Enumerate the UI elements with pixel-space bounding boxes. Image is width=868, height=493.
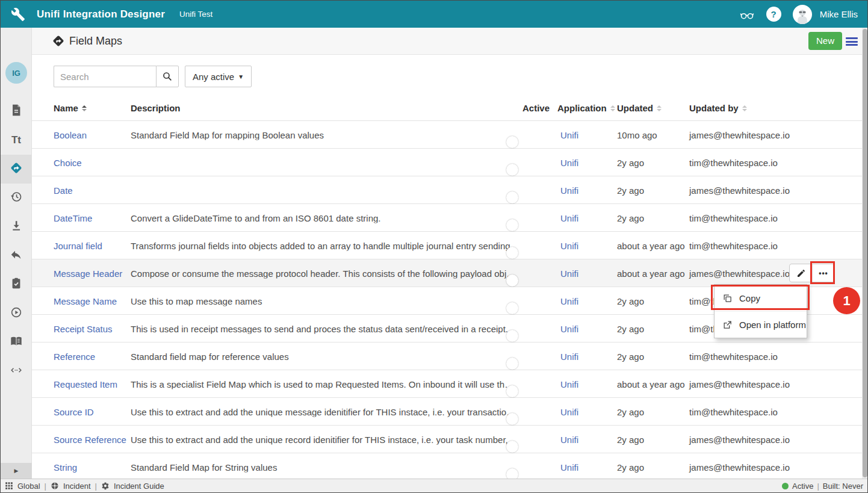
toggle-knob [506,468,518,479]
fieldmap-name-link[interactable]: Reference [54,351,95,361]
sidebar-item-download[interactable] [1,212,32,241]
sidebar-collapse-button[interactable]: ▶ [1,463,32,479]
column-header-updated[interactable]: Updated [617,103,662,113]
fieldmap-name-link[interactable]: Boolean [54,129,87,140]
menu-item-open-in-platform[interactable]: Open in platform [715,311,807,338]
updated-by-value: james@thewhitespace.io [689,185,790,195]
sidebar: IG Tt ▶ [1,28,32,479]
application-link[interactable]: Unifi [560,212,578,223]
fieldmap-name-link[interactable]: DateTime [54,212,92,223]
application-link[interactable]: Unifi [560,462,578,472]
fieldmap-name-link[interactable]: Requested Item [54,379,117,389]
fieldmap-name-link[interactable]: Date [54,185,73,195]
application-link[interactable]: Unifi [560,434,578,444]
fieldmap-description: Standard field map for reference values [131,351,518,361]
fieldmap-name-link[interactable]: String [54,462,77,472]
column-header-name[interactable]: Name [54,103,87,113]
fieldmap-description: This is used in receipt messages to send… [131,323,518,333]
user-name[interactable]: Mike Ellis [820,9,858,19]
fieldmap-name-link[interactable]: Choice [54,157,82,167]
toggle-knob [506,191,518,203]
sidebar-item-knowledge[interactable] [1,328,32,357]
ellipsis-icon: ••• [819,269,828,278]
sort-icon [742,105,747,111]
column-header-application[interactable]: Application [557,103,615,113]
scrollbar-thumb[interactable] [863,29,867,477]
fieldmap-description: Standard Field Map for mapping Boolean v… [131,129,518,140]
table-row: Source Reference Use this to extract and… [32,426,867,453]
integration-avatar[interactable]: IG [5,62,27,84]
search-button[interactable] [156,66,179,87]
field-maps-header-icon [52,34,65,48]
statusbar-application[interactable]: Incident [63,482,91,491]
application-link[interactable]: Unifi [560,296,578,306]
application-link[interactable]: Unifi [560,240,578,250]
statusbar-module[interactable]: Incident Guide [114,482,164,491]
fieldmap-name-link[interactable]: Source Reference [54,434,126,444]
sort-icon [657,105,662,111]
table-row: String Standard Field Map for String val… [32,453,867,479]
updated-by-value: james@thewhitespace.io [689,434,790,444]
application-link[interactable]: Unifi [560,323,578,333]
sidebar-item-field-maps[interactable] [1,155,32,184]
active-filter-dropdown[interactable]: Any active ▼ [185,66,252,87]
application-link[interactable]: Unifi [560,351,578,361]
toggle-knob [506,330,518,342]
table-row: Reference Standard field map for referen… [32,343,867,370]
status-label: Active [792,482,813,491]
menu-item-copy[interactable]: Copy [715,285,807,311]
page-header: Field Maps New [32,28,867,55]
fieldmap-name-link[interactable]: Receipt Status [54,323,113,333]
built-label: Built: Never [823,482,863,491]
toggle-knob [506,385,518,397]
fieldmap-name-link[interactable]: Message Header [54,268,122,278]
application-link[interactable]: Unifi [560,379,578,389]
fieldmap-name-link[interactable]: Source ID [54,406,94,417]
updated-by-value: james@thewhitespace.io [689,462,790,472]
menu-icon[interactable] [846,37,858,46]
fieldmap-name-link[interactable]: Journal field [54,240,102,250]
sidebar-item-code[interactable] [1,357,32,386]
sidebar-item-documents[interactable] [1,97,32,126]
search-group [54,66,179,87]
updated-by-value: tim@thewhitespace.io [689,240,778,250]
sidebar-item-text-styles[interactable]: Tt [1,126,32,155]
edit-button[interactable] [790,264,812,282]
workspace-name[interactable]: Unifi Test [179,10,212,19]
status-active-dot [782,483,789,489]
application-link[interactable]: Unifi [560,129,578,140]
statusbar-scope[interactable]: Global [17,482,40,491]
page-title: Field Maps [69,28,122,55]
document-icon [10,104,23,119]
sidebar-item-history[interactable] [1,184,32,212]
app-window: Unifi Integration Designer Unifi Test ? … [0,0,868,493]
more-actions-button[interactable]: ••• [812,264,834,282]
help-icon[interactable]: ? [766,7,781,22]
gear-icon [101,482,110,490]
preview-glasses-icon[interactable] [739,7,755,22]
search-input[interactable] [54,66,156,87]
updated-value: 2y ago [617,185,644,195]
fieldmap-name-link[interactable]: Message Name [54,296,117,306]
updated-value: 10mo ago [617,129,657,140]
sidebar-item-reply[interactable] [1,241,32,270]
new-button[interactable]: New [808,32,842,50]
chevron-down-icon: ▼ [238,73,244,80]
column-header-updated-by[interactable]: Updated by [689,103,747,113]
copy-icon [722,293,733,303]
vertical-scrollbar[interactable] [862,28,868,479]
fieldmap-description: Use this to map message names [131,296,518,306]
table-header: Name Description Active Application Upda… [32,98,867,120]
application-link[interactable]: Unifi [560,157,578,167]
updated-value: 2y ago [617,323,644,333]
sidebar-item-tasks[interactable] [1,270,32,299]
application-link[interactable]: Unifi [560,268,578,278]
sidebar-item-run[interactable] [1,299,32,328]
updated-value: 2y ago [617,434,644,444]
application-link[interactable]: Unifi [560,406,578,417]
application-link[interactable]: Unifi [560,185,578,195]
column-header-description: Description [131,103,181,113]
updated-by-value: tim@thewhitespace.io [689,406,778,417]
row-action-group: ••• [789,264,835,282]
user-avatar[interactable] [793,5,812,24]
